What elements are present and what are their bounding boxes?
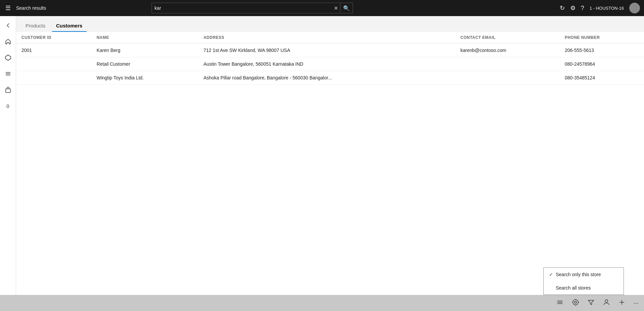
search-clear-icon[interactable]: ✕ [332,5,340,11]
col-phone-number: PHONE NUMBER [559,32,644,44]
cell-address: Ashoka Pillar road Bangalore, Bangalore … [198,71,455,85]
topbar-right: ↻ ⚙ ? 1 - HOUSTON-16 [560,3,640,13]
cell-phone_number: 206-555-5613 [559,44,644,57]
sidebar-item-products[interactable] [1,51,15,64]
cell-address: 712 1st Ave SW Kirkland, WA 98007 USA [198,44,455,57]
content: Products Customers CUSTOMER ID NAME ADDR… [16,16,644,295]
svg-point-10 [573,300,578,305]
sidebar-item-back[interactable] [1,19,15,32]
sidebar-item-list[interactable] [1,67,15,80]
search-all-stores-label: Search all stores [556,285,591,291]
col-name: NAME [91,32,198,44]
search-all-stores-item[interactable]: ✓ Search all stores [544,281,624,295]
cell-customer_id: 2001 [16,44,91,57]
tabs-area: Products Customers [16,16,644,32]
cell-name: Wingtip Toys India Ltd. [91,71,198,85]
menu-icon[interactable]: ☰ [4,3,12,13]
sidebar-item-home[interactable] [1,35,15,48]
col-address: ADDRESS [198,32,455,44]
bottombar-add-icon[interactable] [618,299,626,308]
table-row[interactable]: 2001Karen Berg712 1st Ave SW Kirkland, W… [16,44,644,57]
cell-contact_email: karenb@contoso.com [455,44,559,57]
svg-rect-3 [6,89,10,92]
table-header-row: CUSTOMER ID NAME ADDRESS CONTACT EMAIL P… [16,32,644,44]
avatar[interactable] [629,3,640,13]
cell-contact_email [455,57,559,71]
tab-customers[interactable]: Customers [52,20,86,32]
page-title: Search results [16,5,46,11]
refresh-icon[interactable]: ↻ [560,4,565,12]
tab-products[interactable]: Products [21,20,49,32]
cell-customer_id [16,71,91,85]
svg-point-11 [575,301,577,303]
topbar: ☰ Search results ✕ 🔍 ↻ ⚙ ? 1 - HOUSTON-1… [0,0,644,16]
search-only-this-store-checkmark: ✓ [549,272,553,277]
cell-address: Austin Tower Bangalore, 560051 Karnataka… [198,57,455,71]
search-scope-popup: ✓ Search only this store ✓ Search all st… [543,267,624,295]
main-layout: 0 Products Customers CUSTOMER ID NAME AD… [0,16,644,295]
search-only-this-store-label: Search only this store [556,272,601,277]
customers-table: CUSTOMER ID NAME ADDRESS CONTACT EMAIL P… [16,32,644,85]
bottombar-filter-icon[interactable] [587,299,595,308]
settings-icon[interactable]: ⚙ [570,4,576,12]
sidebar: 0 [0,16,16,295]
bottombar-person-icon[interactable] [603,299,610,308]
table-row[interactable]: Wingtip Toys India Ltd.Ashoka Pillar roa… [16,71,644,85]
svg-point-16 [605,300,608,302]
table-row[interactable]: Retail CustomerAustin Tower Bangalore, 5… [16,57,644,71]
search-input[interactable] [152,5,332,11]
cell-name: Retail Customer [91,57,198,71]
bottombar-more-icon[interactable]: ··· [634,300,639,307]
bottombar-target-icon[interactable] [572,299,579,308]
col-contact-email: CONTACT EMAIL [455,32,559,44]
bottombar-list-icon[interactable] [556,299,564,308]
sidebar-item-bag[interactable] [1,83,15,97]
cell-contact_email [455,71,559,85]
customers-table-container: CUSTOMER ID NAME ADDRESS CONTACT EMAIL P… [16,32,644,295]
cell-customer_id [16,57,91,71]
col-customer-id: CUSTOMER ID [16,32,91,44]
help-icon[interactable]: ? [581,5,584,12]
cell-phone_number: 080-35485124 [559,71,644,85]
search-submit-icon[interactable]: 🔍 [340,3,353,13]
bottombar: ··· [0,295,644,311]
search-bar: ✕ 🔍 [152,3,353,13]
cell-name: Karen Berg [91,44,198,57]
search-only-this-store-item[interactable]: ✓ Search only this store [544,268,624,281]
cell-phone_number: 080-24578964 [559,57,644,71]
store-info: 1 - HOUSTON-16 [590,6,624,11]
sidebar-item-zero[interactable]: 0 [1,99,15,113]
